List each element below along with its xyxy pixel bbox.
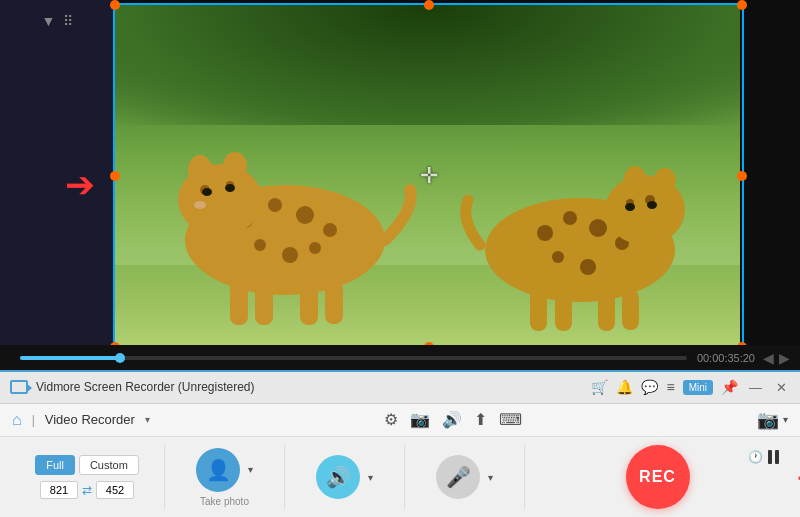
svg-point-21: [537, 225, 553, 241]
svg-rect-17: [255, 285, 273, 325]
nav-left-icon[interactable]: ◀: [763, 350, 774, 366]
svg-point-31: [625, 203, 635, 211]
full-button[interactable]: Full: [35, 455, 75, 475]
custom-button[interactable]: Custom: [79, 455, 139, 475]
recorder-title: Vidmore Screen Recorder (Unregistered): [36, 380, 583, 394]
camera-panel: 👤 ▾ Take photo: [165, 445, 285, 509]
mic-toggle[interactable]: 🎤: [436, 455, 480, 499]
svg-rect-34: [530, 288, 547, 331]
dimensions-row: ⇄: [40, 481, 134, 499]
camera-toggle[interactable]: 👤: [196, 448, 240, 492]
camera-label: Take photo: [200, 496, 249, 507]
recorder-titlebar: Vidmore Screen Recorder (Unregistered) 🛒…: [0, 372, 800, 404]
breadcrumb-separator: |: [32, 413, 35, 427]
video-content: [115, 5, 740, 345]
svg-point-25: [552, 251, 564, 263]
share-icon[interactable]: ⬆: [474, 410, 487, 429]
cheetah-right-svg: [450, 85, 720, 335]
cheetah-scene: [115, 5, 740, 345]
video-area: ▼ ⠿: [0, 0, 800, 370]
rec-button[interactable]: REC: [626, 445, 690, 509]
camera2-icon[interactable]: 📷: [410, 410, 430, 429]
svg-point-15: [223, 152, 247, 180]
svg-point-33: [654, 168, 676, 194]
rec-label: REC: [639, 468, 676, 486]
speaker-dropdown-arrow[interactable]: ▾: [368, 472, 373, 483]
recorder-body: Full Custom ⇄ 👤 ▾ Take photo �: [0, 437, 800, 517]
mini-button[interactable]: Mini: [683, 380, 713, 395]
snapshot-chevron[interactable]: ▾: [783, 414, 788, 425]
svg-point-4: [323, 223, 337, 237]
svg-rect-19: [325, 282, 343, 324]
home-icon[interactable]: ⌂: [12, 411, 22, 429]
camera-dropdown-arrow[interactable]: ▾: [248, 464, 253, 475]
clock-icon: 🕐: [748, 450, 763, 464]
svg-point-6: [282, 247, 298, 263]
rec-area: 🕐 REC ➔: [525, 445, 790, 509]
keyboard-icon[interactable]: ⌨: [499, 410, 522, 429]
pause-icon[interactable]: [768, 450, 780, 464]
svg-rect-37: [622, 290, 639, 330]
svg-point-14: [188, 155, 212, 185]
titlebar-buttons: 🛒 🔔 💬 ≡ Mini 📌 — ✕: [591, 379, 790, 395]
timeline-time: 00:00:35:20: [697, 352, 755, 364]
speaker-on-icon: 🔊: [326, 465, 351, 489]
svg-point-7: [309, 242, 321, 254]
speaker2-icon[interactable]: 🔊: [442, 410, 462, 429]
svg-point-13: [194, 201, 206, 209]
svg-rect-36: [598, 288, 615, 331]
menu-icon[interactable]: ≡: [666, 379, 674, 395]
camera-on-icon: 👤: [206, 458, 231, 482]
nav-right-icon[interactable]: ▶: [779, 350, 790, 366]
svg-point-23: [589, 219, 607, 237]
minimize-button[interactable]: —: [746, 380, 765, 395]
mic-panel: 🎤 ▾: [405, 445, 525, 509]
chat-icon[interactable]: 💬: [641, 379, 658, 395]
svg-point-12: [225, 184, 235, 192]
timeline-track[interactable]: [20, 356, 687, 360]
recorder-window: Vidmore Screen Recorder (Unregistered) 🛒…: [0, 370, 800, 517]
mic-off-icon: 🎤: [446, 465, 471, 489]
svg-rect-18: [300, 280, 318, 325]
svg-rect-16: [230, 280, 248, 325]
filter-icon[interactable]: ▼: [42, 13, 56, 29]
settings-icon[interactable]: ⚙: [384, 410, 398, 429]
svg-point-32: [624, 166, 646, 194]
size-panel: Full Custom ⇄: [10, 445, 165, 509]
left-arrow: ➔: [65, 164, 95, 206]
svg-rect-35: [555, 293, 572, 331]
height-input[interactable]: [96, 481, 134, 499]
bell-icon[interactable]: 🔔: [616, 379, 633, 395]
recorder-toolbar: ⌂ | Video Recorder ▾ ⚙ 📷 🔊 ⬆ ⌨ 📷 ▾: [0, 404, 800, 437]
svg-point-2: [268, 198, 282, 212]
speaker-toggle[interactable]: 🔊: [316, 455, 360, 499]
timeline-progress: [20, 356, 120, 360]
swap-icon[interactable]: ⇄: [82, 483, 92, 497]
timeline-thumb[interactable]: [115, 353, 125, 363]
camera-section: 📷 ▾: [757, 409, 788, 431]
size-buttons: Full Custom: [35, 455, 139, 475]
pin-icon[interactable]: 📌: [721, 379, 738, 395]
cart-icon[interactable]: 🛒: [591, 379, 608, 395]
recorder-icon: [10, 380, 28, 394]
speaker-panel: 🔊 ▾: [285, 445, 405, 509]
width-input[interactable]: [40, 481, 78, 499]
svg-point-22: [563, 211, 577, 225]
svg-point-5: [254, 239, 266, 251]
mic-dropdown-arrow[interactable]: ▾: [488, 472, 493, 483]
timeline-arrows: ◀ ▶: [763, 350, 790, 366]
svg-point-26: [580, 259, 596, 275]
timeline-bar: 00:00:35:20 ◀ ▶: [0, 345, 800, 370]
close-button[interactable]: ✕: [773, 380, 790, 395]
snapshot-icon[interactable]: 📷: [757, 409, 779, 431]
svg-point-30: [647, 201, 657, 209]
left-toolbar: ▼ ⠿: [0, 0, 115, 370]
svg-point-11: [202, 188, 212, 196]
grid-icon[interactable]: ⠿: [63, 13, 73, 29]
svg-point-3: [296, 206, 314, 224]
toolbar-right: ⚙ 📷 🔊 ⬆ ⌨: [384, 410, 522, 429]
cheetah-left-svg: [145, 70, 425, 330]
breadcrumb-chevron[interactable]: ▾: [145, 414, 150, 425]
breadcrumb-label: Video Recorder: [45, 412, 135, 427]
timer-display: 🕐: [748, 450, 780, 464]
